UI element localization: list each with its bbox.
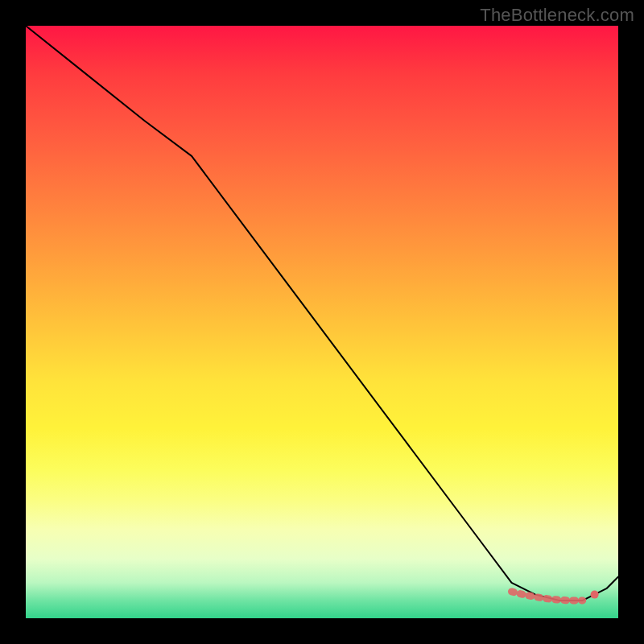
flat-region-marker	[512, 592, 583, 601]
end-point-marker	[591, 591, 599, 599]
chart-overlay	[26, 26, 618, 618]
main-curve	[26, 26, 618, 601]
watermark-text: TheBottleneck.com	[480, 5, 634, 26]
chart-frame: TheBottleneck.com	[0, 0, 644, 644]
